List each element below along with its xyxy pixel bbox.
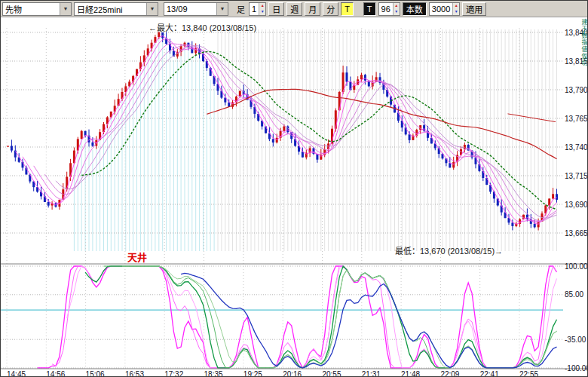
svg-text:13,665: 13,665 [565, 229, 588, 238]
period-minute-button[interactable]: 分 [323, 2, 338, 16]
t-value-stepper[interactable]: 96 ▲▼ [378, 2, 400, 16]
svg-text:13,715: 13,715 [565, 172, 588, 180]
contract-month-value: 13/09 [164, 5, 216, 14]
max-price-annotation: ←最大：13,840 (2013/08/15) [149, 21, 256, 33]
chevron-down-icon[interactable]: ▼ [146, 3, 158, 15]
svg-text:18:35: 18:35 [204, 370, 223, 377]
svg-text:17:32: 17:32 [164, 370, 183, 377]
svg-text:20:16: 20:16 [283, 370, 302, 377]
min-price-annotation: 最低：13,670 (2013/08/15)→ [395, 244, 503, 256]
t-mode-button[interactable]: T [363, 2, 376, 16]
svg-text:14:45: 14:45 [7, 370, 26, 377]
svg-text:85.00: 85.00 [565, 290, 583, 299]
bar-type-label: 足 [235, 3, 247, 15]
spinner-arrows[interactable]: ▲▼ [393, 3, 400, 15]
svg-text:22:09: 22:09 [440, 370, 459, 377]
svg-text:13,740: 13,740 [565, 143, 588, 152]
period-week-button[interactable]: 週 [286, 2, 302, 16]
toolbar: 先物 ▼ 日経225mini ▼ 13/09 ▼ 足 1 ▲▼ 日 週 月 分 … [1, 1, 587, 17]
instrument-type-select[interactable]: 先物 ▼ [2, 2, 72, 16]
svg-text:22:41: 22:41 [480, 370, 499, 377]
spin-up-icon[interactable]: ▲ [259, 3, 265, 9]
period-day-button[interactable]: 日 [268, 2, 284, 16]
tick-chart-toggle[interactable]: T [341, 2, 354, 16]
bar-count-label-button[interactable]: 本数 [403, 2, 427, 16]
chevron-down-icon[interactable]: ▼ [216, 3, 228, 15]
bar-interval-value: 1 [250, 3, 259, 15]
spinner-arrows[interactable]: ▲▼ [452, 3, 459, 15]
instrument-value: 日経225mini [75, 3, 146, 15]
spinner-arrows[interactable]: ▲▼ [259, 3, 265, 15]
bar-count-value: 3000 [430, 3, 452, 15]
bar-count-stepper[interactable]: 3000 ▲▼ [429, 2, 460, 16]
instrument-select[interactable]: 日経225mini ▼ [74, 2, 158, 16]
price-chart-svg[interactable]: 13,84013,81513,79013,76513,74013,71513,6… [1, 17, 588, 377]
svg-text:13,765: 13,765 [565, 115, 588, 123]
spin-up-icon[interactable]: ▲ [453, 3, 459, 9]
svg-text:-35.00: -35.00 [565, 336, 586, 344]
right-edge-vertical-label: 建玉数指値仮切 [580, 19, 588, 66]
svg-text:20:55: 20:55 [322, 370, 341, 377]
spin-down-icon[interactable]: ▼ [453, 9, 459, 15]
svg-text:13,690: 13,690 [565, 201, 588, 209]
svg-text:100.00: 100.00 [565, 262, 588, 271]
contract-month-select[interactable]: 13/09 ▼ [164, 2, 228, 16]
spin-down-icon[interactable]: ▼ [259, 9, 265, 15]
t-value: 96 [379, 3, 393, 15]
spin-down-icon[interactable]: ▼ [394, 9, 400, 15]
svg-text:-100.00: -100.00 [565, 364, 588, 372]
svg-text:16:53: 16:53 [125, 370, 144, 377]
svg-text:19:25: 19:25 [243, 370, 262, 377]
chart-application-window: 先物 ▼ 日経225mini ▼ 13/09 ▼ 足 1 ▲▼ 日 週 月 分 … [0, 0, 588, 377]
svg-text:21:31: 21:31 [362, 370, 381, 377]
svg-text:14:56: 14:56 [46, 370, 65, 377]
svg-text:13,790: 13,790 [565, 86, 588, 94]
svg-text:22:55: 22:55 [519, 370, 538, 377]
apply-button[interactable]: 適用 [462, 2, 486, 16]
ceiling-signal-label: 天井 [127, 250, 147, 264]
spin-up-icon[interactable]: ▲ [394, 3, 400, 9]
period-month-button[interactable]: 月 [305, 2, 320, 16]
instrument-type-value: 先物 [3, 3, 60, 15]
svg-text:21:48: 21:48 [401, 370, 420, 377]
bar-interval-stepper[interactable]: 1 ▲▼ [249, 2, 266, 16]
svg-text:15:06: 15:06 [86, 370, 105, 377]
chart-area[interactable]: 13,84013,81513,79013,76513,74013,71513,6… [1, 17, 588, 377]
chevron-down-icon[interactable]: ▼ [60, 3, 71, 15]
